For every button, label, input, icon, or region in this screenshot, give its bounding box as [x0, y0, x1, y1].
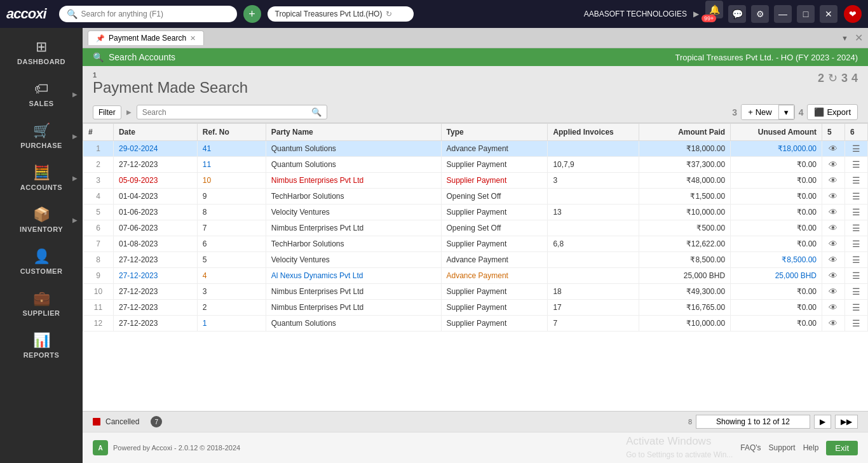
cell-menu-action[interactable]: ☰ [844, 268, 867, 284]
sidebar-item-reports[interactable]: 📊 REPORTS [0, 325, 83, 366]
cell-menu-action[interactable]: ☰ [844, 205, 867, 220]
filter-search-box[interactable]: 🔍 [137, 105, 327, 119]
cell-eye-action[interactable]: 👁 [822, 205, 845, 220]
eye-icon[interactable]: 👁 [829, 255, 837, 265]
sidebar-item-sales[interactable]: 🏷 SALES ▶ [0, 73, 83, 115]
eye-icon[interactable]: 👁 [829, 271, 837, 281]
eye-icon[interactable]: 👁 [829, 223, 837, 233]
app-logo: accoxi [6, 6, 46, 22]
cell-eye-action[interactable]: 👁 [822, 316, 845, 332]
filter-expand-icon[interactable]: ▶ [126, 109, 132, 116]
cell-eye-action[interactable]: 👁 [822, 284, 845, 300]
cell-menu-action[interactable]: ☰ [844, 236, 867, 252]
cell-menu-action[interactable]: ☰ [844, 284, 867, 300]
cell-menu-action[interactable]: ☰ [844, 173, 867, 189]
sidebar-item-purchase[interactable]: 🛒 PURCHASE ▶ [0, 115, 83, 157]
table-row[interactable]: 2 27-12-2023 11 Quantum Solutions Suppli… [83, 157, 868, 173]
maximize-icon[interactable]: □ [797, 5, 815, 23]
help-link[interactable]: Help [803, 443, 819, 452]
sidebar-item-customer[interactable]: 👤 CUSTOMER [0, 241, 83, 283]
menu-icon[interactable]: ☰ [852, 318, 860, 328]
menu-icon[interactable]: ☰ [852, 159, 860, 170]
cell-eye-action[interactable]: 👁 [822, 236, 845, 252]
cell-menu-action[interactable]: ☰ [844, 316, 867, 332]
menu-icon[interactable]: ☰ [852, 144, 860, 154]
menu-icon[interactable]: ☰ [852, 207, 860, 217]
cell-eye-action[interactable]: 👁 [822, 157, 845, 173]
eye-icon[interactable]: 👁 [829, 159, 837, 170]
global-search-input[interactable] [81, 10, 229, 18]
sidebar-item-dashboard[interactable]: ⊞ DASHBOARD [0, 31, 83, 73]
cell-eye-action[interactable]: 👁 [822, 189, 845, 205]
new-dropdown-button[interactable]: ▼ [779, 105, 794, 119]
cell-menu-action[interactable]: ☰ [844, 252, 867, 268]
new-button[interactable]: + New [742, 105, 779, 119]
cell-menu-action[interactable]: ☰ [844, 141, 867, 157]
sidebar-item-supplier[interactable]: 💼 SUPPLIER [0, 283, 83, 325]
eye-icon[interactable]: 👁 [829, 207, 837, 217]
cell-eye-action[interactable]: 👁 [822, 220, 845, 236]
global-search-bar[interactable]: 🔍 [59, 6, 237, 22]
cell-party: Nimbus Enterprises Pvt Ltd [266, 300, 441, 316]
eye-icon[interactable]: 👁 [829, 318, 837, 328]
table-row[interactable]: 6 07-06-2023 7 Nimbus Enterprises Pvt Lt… [83, 220, 868, 236]
menu-icon[interactable]: ☰ [852, 302, 860, 312]
menu-icon[interactable]: ☰ [852, 255, 860, 265]
cell-menu-action[interactable]: ☰ [844, 220, 867, 236]
menu-icon[interactable]: ☰ [852, 191, 860, 201]
menu-icon[interactable]: ☰ [852, 223, 860, 233]
eye-icon[interactable]: 👁 [829, 175, 837, 185]
table-row[interactable]: 11 27-12-2023 2 Nimbus Enterprises Pvt L… [83, 300, 868, 316]
eye-icon[interactable]: 👁 [829, 302, 837, 312]
filter-search-input[interactable] [142, 108, 311, 117]
cell-menu-action[interactable]: ☰ [844, 189, 867, 205]
table-row[interactable]: 7 01-08-2023 6 TechHarbor Solutions Supp… [83, 236, 868, 252]
cell-eye-action[interactable]: 👁 [822, 252, 845, 268]
table-row[interactable]: 4 01-04-2023 9 TechHarbor Solutions Open… [83, 189, 868, 205]
close-icon[interactable]: ✕ [820, 5, 837, 23]
settings-icon[interactable]: ⚙ [751, 5, 769, 23]
eye-icon[interactable]: 👁 [829, 286, 837, 297]
cell-menu-action[interactable]: ☰ [844, 157, 867, 173]
last-page-button[interactable]: ▶▶ [835, 415, 858, 429]
minimize-icon[interactable]: — [774, 5, 792, 23]
table-row[interactable]: 8 27-12-2023 5 Velocity Ventures Advance… [83, 252, 868, 268]
refresh-icon[interactable]: ↻ [386, 10, 392, 18]
eye-icon[interactable]: 👁 [829, 191, 837, 201]
eye-icon[interactable]: 👁 [829, 239, 837, 249]
table-row[interactable]: 5 01-06-2023 8 Velocity Ventures Supplie… [83, 205, 868, 220]
table-row[interactable]: 9 27-12-2023 4 Al Nexus Dynamics Pvt Ltd… [83, 268, 868, 284]
profile-avatar[interactable]: ❤ [844, 5, 862, 23]
filter-button[interactable]: Filter [93, 105, 121, 119]
cell-eye-action[interactable]: 👁 [822, 141, 845, 157]
table-row[interactable]: 1 29-02-2024 41 Quantum Solutions Advanc… [83, 141, 868, 157]
tab-payment-made-search[interactable]: 📌 Payment Made Search ✕ [88, 30, 204, 45]
tab-dropdown-icon[interactable]: ▼ [841, 34, 848, 42]
tab-close-all-icon[interactable]: ✕ [855, 32, 863, 44]
menu-icon[interactable]: ☰ [852, 286, 860, 297]
cell-menu-action[interactable]: ☰ [844, 300, 867, 316]
cell-amount-paid: ₹8,500.00 [639, 252, 731, 268]
next-page-button[interactable]: ▶ [814, 415, 831, 429]
cell-eye-action[interactable]: 👁 [822, 300, 845, 316]
sidebar-item-accounts[interactable]: 🧮 ACCOUNTS ▶ [0, 157, 83, 199]
menu-icon[interactable]: ☰ [852, 239, 860, 249]
cell-eye-action[interactable]: 👁 [822, 268, 845, 284]
company-selector[interactable]: Tropical Treasures Pvt Ltd.(HO) ↻ [268, 6, 414, 22]
cell-eye-action[interactable]: 👁 [822, 173, 845, 189]
table-row[interactable]: 12 27-12-2023 1 Quantum Solutions Suppli… [83, 316, 868, 332]
message-icon[interactable]: 💬 [728, 5, 746, 23]
eye-icon[interactable]: 👁 [829, 144, 837, 154]
add-button[interactable]: + [243, 5, 261, 23]
faq-link[interactable]: FAQ's [740, 443, 761, 452]
sidebar-item-inventory[interactable]: 📦 INVENTORY ▶ [0, 199, 83, 241]
menu-icon[interactable]: ☰ [852, 175, 860, 185]
table-row[interactable]: 3 05-09-2023 10 Nimbus Enterprises Pvt L… [83, 173, 868, 189]
menu-icon[interactable]: ☰ [852, 271, 860, 281]
tab-close-icon[interactable]: ✕ [190, 34, 196, 43]
page-refresh-button[interactable]: ↻ [828, 71, 837, 85]
support-link[interactable]: Support [769, 443, 796, 452]
export-button[interactable]: ⬛ Export [807, 104, 858, 120]
exit-button[interactable]: Exit [826, 441, 858, 455]
table-row[interactable]: 10 27-12-2023 3 Nimbus Enterprises Pvt L… [83, 284, 868, 300]
